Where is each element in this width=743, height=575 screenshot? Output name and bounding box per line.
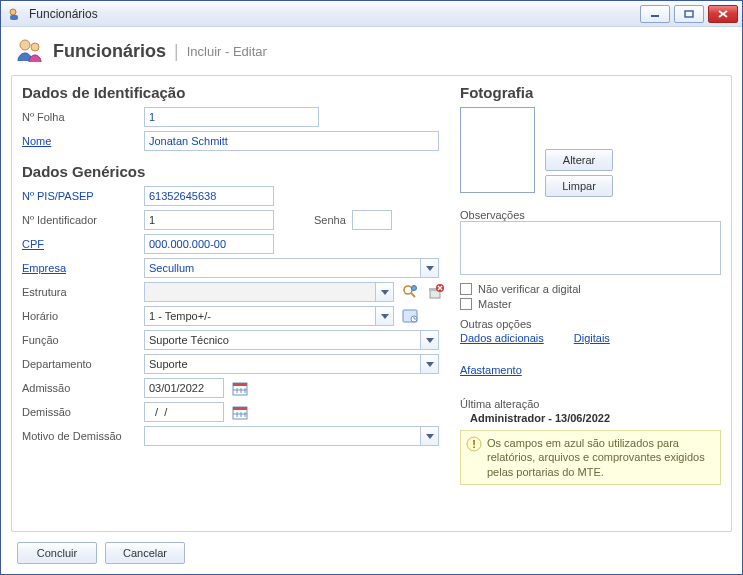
link-digitais[interactable]: Digitais [574,332,610,344]
chevron-down-icon [426,266,434,271]
observacoes-textarea[interactable] [460,221,721,275]
svg-point-6 [20,40,30,50]
label-observacoes: Observações [460,209,721,221]
svg-point-10 [412,286,417,291]
empresa-dropdown-button[interactable] [420,259,438,277]
label-n-folha: Nº Folha [22,111,138,123]
chevron-down-icon [426,338,434,343]
label-pis: Nº PIS/PASEP [22,190,138,202]
motivo-demissao-dropdown-button[interactable] [420,427,438,445]
horario-options-icon[interactable] [400,306,420,326]
senha-input[interactable] [352,210,392,230]
page-title: Funcionários [53,41,166,62]
label-departamento: Departamento [22,358,138,370]
svg-rect-3 [685,11,693,17]
label-nome[interactable]: Nome [22,135,138,147]
label-estrutura: Estrutura [22,286,138,298]
minimize-button[interactable] [640,5,670,23]
label-senha: Senha [314,214,346,226]
employee-window: Funcionários Funcionários | Incluir - Ed… [0,0,743,575]
check-nao-verificar-digital[interactable]: Não verificar a digital [460,283,721,295]
alterar-photo-button[interactable]: Alterar [545,149,613,171]
label-demissao: Demissão [22,406,138,418]
section-genericos: Dados Genéricos [22,163,446,180]
chevron-down-icon [381,290,389,295]
photo-frame [460,107,535,193]
chevron-down-icon [381,314,389,319]
main-panel: Dados de Identificação Nº Folha Nome Dad… [11,75,732,532]
label-identificador: Nº Identificador [22,214,138,226]
svg-point-8 [404,286,412,294]
limpar-photo-button[interactable]: Limpar [545,175,613,197]
funcao-dropdown-button[interactable] [420,331,438,349]
pis-input[interactable] [144,186,274,206]
horario-dropdown-button[interactable] [375,307,393,325]
cpf-input[interactable] [144,234,274,254]
svg-rect-27 [233,407,247,410]
estrutura-clear-icon[interactable] [426,282,446,302]
svg-point-0 [10,9,16,15]
horario-input[interactable] [144,306,394,326]
section-fotografia: Fotografia [460,84,721,101]
departamento-dropdown-button[interactable] [420,355,438,373]
departamento-input[interactable] [144,354,439,374]
label-nao-verificar: Não verificar a digital [478,283,581,295]
section-identificacao: Dados de Identificação [22,84,446,101]
close-button[interactable] [708,5,738,23]
label-outras-opcoes: Outras opções [460,318,721,330]
n-folha-input[interactable] [144,107,319,127]
checkbox-icon [460,283,472,295]
estrutura-dropdown-button[interactable] [375,283,393,301]
titlebar: Funcionários [1,1,742,27]
admissao-input[interactable] [144,378,224,398]
label-empresa[interactable]: Empresa [22,262,138,274]
people-icon [15,37,45,65]
svg-point-7 [31,43,39,51]
ultima-alteracao-value: Administrador - 13/06/2022 [470,412,721,424]
motivo-demissao-input[interactable] [144,426,439,446]
chevron-down-icon [426,434,434,439]
label-master: Master [478,298,512,310]
title-separator: | [174,41,179,62]
info-box: ! Os campos em azul são utilizados para … [460,430,721,485]
label-funcao: Função [22,334,138,346]
maximize-button[interactable] [674,5,704,23]
link-afastamento[interactable]: Afastamento [460,364,522,376]
label-motivo-demissao: Motivo de Demissão [22,430,138,442]
chevron-down-icon [426,362,434,367]
svg-text:!: ! [472,438,476,450]
demissao-input[interactable] [144,402,224,422]
identificador-input[interactable] [144,210,274,230]
window-title: Funcionários [29,7,98,21]
label-admissao: Admissão [22,382,138,394]
demissao-calendar-icon[interactable] [230,402,250,422]
estrutura-search-icon[interactable] [400,282,420,302]
admissao-calendar-icon[interactable] [230,378,250,398]
info-text: Os campos em azul são utilizados para re… [487,437,705,478]
page-subtitle: Incluir - Editar [187,44,267,59]
concluir-button[interactable]: Concluir [17,542,97,564]
nome-input[interactable] [144,131,439,151]
empresa-input[interactable] [144,258,439,278]
check-master[interactable]: Master [460,298,721,310]
svg-rect-21 [233,383,247,386]
funcao-input[interactable] [144,330,439,350]
link-dados-adicionais[interactable]: Dados adicionais [460,332,544,344]
page-header: Funcionários | Incluir - Editar [13,35,732,67]
checkbox-icon [460,298,472,310]
estrutura-input[interactable] [144,282,394,302]
label-horario: Horário [22,310,138,322]
svg-line-9 [411,293,415,297]
label-cpf[interactable]: CPF [22,238,138,250]
svg-rect-1 [10,15,18,20]
label-ultima-alteracao: Última alteração [460,398,721,410]
info-icon: ! [466,436,482,455]
app-icon [7,6,23,22]
cancelar-button[interactable]: Cancelar [105,542,185,564]
